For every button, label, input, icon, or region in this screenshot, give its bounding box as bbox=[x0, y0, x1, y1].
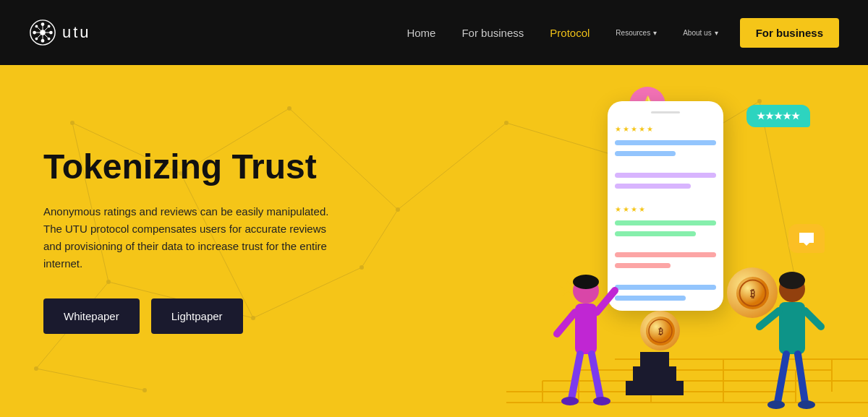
svg-line-79 bbox=[778, 354, 786, 403]
svg-text:₿: ₿ bbox=[750, 288, 755, 299]
svg-line-80 bbox=[798, 354, 805, 403]
svg-line-69 bbox=[571, 354, 580, 399]
svg-line-77 bbox=[760, 311, 779, 327]
lightpaper-button[interactable]: Lightpaper bbox=[151, 298, 243, 334]
star-icon: ★★★★★ bbox=[757, 111, 800, 121]
rating-bubble: ★★★★★ bbox=[746, 105, 810, 127]
svg-line-70 bbox=[592, 354, 600, 399]
svg-line-17 bbox=[43, 33, 49, 39]
svg-line-16 bbox=[36, 33, 43, 39]
nav-item-resources[interactable]: Resources ▾ bbox=[616, 29, 657, 37]
svg-point-72 bbox=[593, 397, 610, 405]
hero-title: Tokenizing Trust bbox=[43, 148, 333, 186]
whitepaper-button[interactable]: Whitepaper bbox=[43, 298, 140, 334]
hero-section: Tokenizing Trust Anonymous ratings and r… bbox=[0, 65, 868, 417]
logo-text: utu bbox=[62, 23, 91, 42]
stairs bbox=[626, 338, 684, 395]
svg-line-68 bbox=[597, 291, 615, 312]
svg-line-14 bbox=[36, 26, 43, 33]
nav-item-about-us[interactable]: About us ▾ bbox=[683, 29, 718, 37]
chevron-down-icon: ▾ bbox=[715, 29, 718, 37]
svg-line-67 bbox=[557, 312, 575, 334]
cta-button[interactable]: For business bbox=[740, 18, 839, 48]
nav-item-home[interactable]: Home bbox=[407, 27, 435, 39]
chat-bubble bbox=[788, 224, 825, 253]
hero-content: Tokenizing Trust Anonymous ratings and r… bbox=[0, 148, 376, 335]
navbar: utu Home For business Protocol Resources… bbox=[0, 0, 868, 65]
chevron-down-icon: ▾ bbox=[653, 29, 657, 37]
nav-item-for-business[interactable]: For business bbox=[461, 27, 524, 39]
hero-buttons: Whitepaper Lightpaper bbox=[43, 298, 333, 334]
svg-point-71 bbox=[561, 397, 579, 405]
svg-point-82 bbox=[798, 400, 815, 409]
svg-point-75 bbox=[779, 272, 805, 289]
svg-line-42 bbox=[36, 369, 145, 390]
hero-illustration: ⭐ ★★★★★ ★★★★★ ★★★★ bbox=[420, 65, 868, 417]
logo-icon bbox=[29, 19, 56, 46]
logo[interactable]: utu bbox=[29, 19, 91, 46]
person-right bbox=[756, 269, 828, 413]
hero-subtitle: Anonymous ratings and reviews can be eas… bbox=[43, 203, 333, 272]
nav-item-protocol[interactable]: Protocol bbox=[550, 27, 590, 39]
svg-line-78 bbox=[805, 311, 821, 327]
svg-rect-64 bbox=[640, 352, 669, 366]
person-left bbox=[550, 269, 622, 413]
svg-rect-62 bbox=[626, 381, 684, 395]
svg-point-73 bbox=[573, 275, 599, 289]
svg-rect-63 bbox=[633, 366, 676, 381]
svg-point-81 bbox=[767, 400, 785, 409]
svg-rect-76 bbox=[779, 302, 805, 354]
svg-line-15 bbox=[43, 26, 49, 33]
phone-mockup: ★★★★★ ★★★★ bbox=[608, 101, 723, 311]
nav-links: Home For business Protocol Resources ▾ A… bbox=[407, 27, 718, 39]
